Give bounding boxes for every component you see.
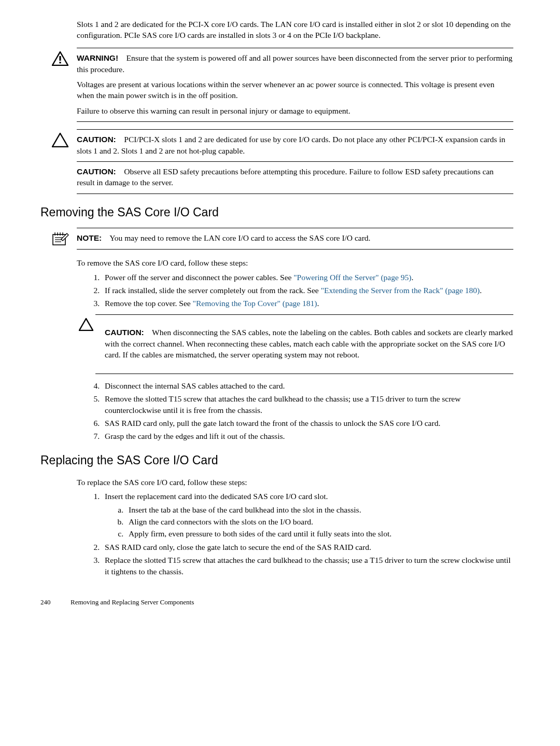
caution-label: CAUTION:	[77, 135, 116, 144]
warning-label: WARNING!	[77, 53, 118, 62]
xref-power-off[interactable]: "Powering Off the Server" (page 95)	[293, 273, 411, 282]
warning-icon	[51, 51, 69, 66]
footer-title: Removing and Replacing Server Components	[71, 598, 194, 606]
remove-step-6: SAS RAID card only, pull the gate latch …	[102, 418, 513, 429]
section-heading-replacing: Replacing the SAS Core I/O Card	[40, 452, 513, 469]
caution-text-inline: When disconnecting the SAS cables, note …	[105, 328, 513, 359]
xref-extend-rack[interactable]: "Extending the Server from the Rack" (pa…	[321, 286, 480, 295]
svg-rect-2	[59, 62, 61, 63]
section-heading-removing: Removing the SAS Core I/O Card	[40, 204, 513, 221]
caution-label-inline: CAUTION:	[105, 328, 144, 337]
page-number: 240	[40, 598, 71, 607]
page-footer: 240Removing and Replacing Server Compone…	[40, 598, 513, 607]
replace-step-2: SAS RAID card only, close the gate latch…	[102, 542, 513, 552]
replace-step-1a: Insert the tab at the base of the card b…	[125, 504, 513, 515]
caution-icon	[51, 133, 69, 147]
remove-step-2: If rack installed, slide the server comp…	[102, 285, 513, 296]
replace-step-1: Insert the replacement card into the ded…	[102, 491, 513, 540]
replace-step-1b: Align the card connectors with the slots…	[125, 516, 513, 527]
remove-step-4: Disconnect the internal SAS cables attac…	[102, 380, 513, 391]
caution-block-inline: CAUTION: When disconnecting the SAS cabl…	[95, 314, 513, 374]
replace-substeps: Insert the tab at the base of the card b…	[105, 504, 513, 540]
note-icon	[51, 231, 69, 247]
note-text: You may need to remove the LAN core I/O …	[109, 233, 370, 242]
warning-text-3: Failure to observe this warning can resu…	[77, 105, 513, 116]
xref-top-cover[interactable]: "Removing the Top Cover" (page 181)	[193, 299, 317, 308]
replace-step-1c: Apply firm, even pressure to both sides …	[125, 528, 513, 539]
caution-text-2: Observe all ESD safety precautions befor…	[77, 167, 494, 187]
warning-block: WARNING! Ensure that the system is power…	[77, 48, 513, 122]
remove-step-1: Power off the server and disconnect the …	[102, 272, 513, 283]
note-block: NOTE: You may need to remove the LAN cor…	[77, 228, 513, 249]
caution-text-1: PCI/PCI-X slots 1 and 2 are dedicated fo…	[77, 135, 506, 155]
caution-icon	[79, 318, 93, 331]
warning-text-2: Voltages are present at various location…	[77, 79, 513, 101]
intro-paragraph: Slots 1 and 2 are dedicated for the PCI-…	[77, 19, 513, 41]
caution-label-2: CAUTION:	[77, 167, 116, 176]
remove-step-3: Remove the top cover. See "Removing the …	[102, 298, 513, 374]
remove-step-5: Remove the slotted T15 screw that attach…	[102, 393, 513, 416]
replace-steps: Insert the replacement card into the ded…	[77, 491, 513, 577]
replace-step-3: Replace the slotted T15 screw that attac…	[102, 555, 513, 577]
replace-lead: To replace the SAS core I/O card, follow…	[77, 477, 513, 488]
remove-step-7: Grasp the card by the edges and lift it …	[102, 431, 513, 441]
svg-marker-12	[79, 319, 93, 330]
remove-steps: Power off the server and disconnect the …	[77, 272, 513, 442]
caution-block-1: CAUTION: PCI/PCI-X slots 1 and 2 are ded…	[77, 129, 513, 194]
note-label: NOTE:	[77, 233, 102, 242]
remove-lead: To remove the SAS core I/O card, follow …	[77, 257, 513, 268]
warning-text-1: Ensure that the system is powered off an…	[77, 53, 512, 73]
svg-rect-1	[59, 56, 61, 61]
svg-marker-3	[52, 133, 68, 147]
